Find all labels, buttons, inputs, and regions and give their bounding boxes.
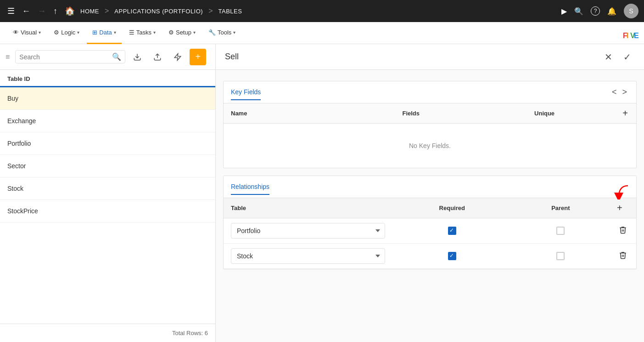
kf-name-header: Name xyxy=(224,103,347,124)
breadcrumb-sep-1: > xyxy=(105,7,109,15)
chevron-down-icon-visual: ▾ xyxy=(39,30,41,35)
rel-delete-cell-portfolio xyxy=(610,218,636,244)
chevron-down-icon-setup: ▾ xyxy=(193,30,196,35)
tools-icon: 🔧 xyxy=(208,29,216,36)
key-fields-header-row: Name Fields Unique + xyxy=(224,103,636,124)
tables-label[interactable]: TABLES xyxy=(218,8,242,15)
no-key-fields-text: No Key Fields. xyxy=(224,124,636,168)
five-logo: FIVE xyxy=(623,32,637,34)
add-key-field-button[interactable]: + xyxy=(622,108,628,119)
rel-table-cell-portfolio: Portfolio Exchange Buy Sector Stock Stoc… xyxy=(224,218,392,244)
menu-icon[interactable]: ☰ xyxy=(6,4,17,18)
filter-icon: ≡ xyxy=(6,53,10,61)
rel-table-select-stock[interactable]: Portfolio Exchange Buy Sector Stock Stoc… xyxy=(231,248,385,264)
kf-add-header: + xyxy=(614,103,636,124)
eye-icon: 👁 xyxy=(13,29,19,36)
table-row-sector[interactable]: Sector xyxy=(0,155,215,177)
relationships-section: Relationships Table Required Parent + xyxy=(223,176,637,269)
download-button[interactable] xyxy=(129,49,146,65)
table-row-portfolio[interactable]: Portfolio xyxy=(0,132,215,155)
key-fields-no-data-row: No Key Fields. xyxy=(224,124,636,168)
second-nav-bar: 👁 Visual ▾ ⚙ Logic ▾ ⊞ Data ▾ ☰ Tasks ▾ … xyxy=(0,22,644,44)
rel-required-checkbox-stock[interactable] xyxy=(448,252,456,260)
key-fields-table: Name Fields Unique + No Key Fields. xyxy=(224,103,636,168)
rel-table-select-portfolio[interactable]: Portfolio Exchange Buy Sector Stock Stoc… xyxy=(231,223,385,239)
rel-table-cell-stock: Portfolio Exchange Buy Sector Stock Stoc… xyxy=(224,244,392,269)
nav-item-visual[interactable]: 👁 Visual ▾ xyxy=(7,22,46,44)
search-submit-icon[interactable]: 🔍 xyxy=(112,52,121,61)
left-panel-footer: Total Rows: 6 xyxy=(0,324,215,342)
rel-delete-cell-stock xyxy=(610,244,636,269)
key-fields-tab[interactable]: Key Fields xyxy=(231,85,261,100)
notification-icon[interactable]: 🔔 xyxy=(607,7,616,16)
toolbar: ≡ 🔍 xyxy=(0,44,215,70)
rel-row-portfolio: Portfolio Exchange Buy Sector Stock Stoc… xyxy=(224,218,636,244)
rel-table-header: Table xyxy=(224,198,392,218)
next-button[interactable]: > xyxy=(620,86,629,99)
setup-icon: ⚙ xyxy=(168,29,174,36)
rel-delete-button-portfolio[interactable] xyxy=(617,224,629,238)
nav-label-setup: Setup xyxy=(176,29,191,36)
breadcrumb-sep-2: > xyxy=(208,7,213,15)
rel-required-cell-portfolio xyxy=(392,218,512,244)
app-label[interactable]: APPLICATIONS (PORTFOLIO) xyxy=(114,8,203,15)
nav-item-setup[interactable]: ⚙ Setup ▾ xyxy=(163,22,201,44)
nav-item-tasks[interactable]: ☰ Tasks ▾ xyxy=(123,22,161,44)
up-icon[interactable]: ↑ xyxy=(51,5,59,18)
help-icon[interactable]: ? xyxy=(591,6,600,16)
rel-parent-cell-portfolio xyxy=(512,218,610,244)
home-label[interactable]: HOME xyxy=(80,8,99,15)
rel-parent-header: Parent xyxy=(512,198,610,218)
search-icon[interactable]: 🔍 xyxy=(574,7,583,16)
nav-item-logic[interactable]: ⚙ Logic ▾ xyxy=(48,22,85,44)
tasks-icon: ☰ xyxy=(129,29,134,36)
table-list: Buy Exchange Portfolio Sector Stock Stoc… xyxy=(0,87,215,324)
chevron-down-icon-logic: ▾ xyxy=(77,30,79,35)
nav-label-visual: Visual xyxy=(21,29,37,36)
search-input[interactable] xyxy=(19,53,108,61)
avatar[interactable]: S xyxy=(624,4,638,18)
nav-label-data: Data xyxy=(99,29,112,36)
add-relationship-button[interactable]: + xyxy=(617,203,622,213)
rel-delete-button-stock[interactable] xyxy=(617,249,629,263)
right-panel-actions: ✕ ✓ xyxy=(601,50,635,64)
rel-row-stock: Portfolio Exchange Buy Sector Stock Stoc… xyxy=(224,244,636,269)
back-icon[interactable]: ← xyxy=(20,5,32,18)
search-container: 🔍 xyxy=(15,50,125,63)
confirm-button[interactable]: ✓ xyxy=(620,50,635,64)
chevron-down-icon-tools: ▾ xyxy=(233,30,235,35)
top-nav-bar: ☰ ← → ↑ 🏠 HOME > APPLICATIONS (PORTFOLIO… xyxy=(0,0,644,22)
bolt-button[interactable] xyxy=(169,49,186,65)
nav-label-logic: Logic xyxy=(61,29,75,36)
svg-marker-2 xyxy=(175,53,181,60)
rel-parent-checkbox-stock[interactable] xyxy=(556,252,565,260)
table-row-buy[interactable]: Buy xyxy=(0,87,215,110)
table-row-exchange[interactable]: Exchange xyxy=(0,110,215,132)
rel-required-header: Required xyxy=(392,198,512,218)
forward-icon[interactable]: → xyxy=(36,5,48,18)
nav-label-tasks: Tasks xyxy=(136,29,151,36)
rel-required-checkbox-portfolio[interactable] xyxy=(448,227,456,235)
play-icon[interactable]: ▶ xyxy=(561,7,567,16)
relationships-tab[interactable]: Relationships xyxy=(231,179,269,195)
grid-icon: ⊞ xyxy=(92,29,97,36)
right-panel-header: Sell ✕ ✓ xyxy=(216,44,644,70)
relationships-tab-bar: Relationships xyxy=(224,176,636,198)
nav-item-data[interactable]: ⊞ Data ▾ xyxy=(87,22,121,44)
chevron-down-icon-data: ▾ xyxy=(114,30,116,35)
key-fields-section: Key Fields < > Name Fields Unique + xyxy=(223,81,637,168)
rel-parent-cell-stock xyxy=(512,244,610,269)
nav-label-tools: Tools xyxy=(218,29,231,36)
nav-item-tools[interactable]: 🔧 Tools ▾ xyxy=(203,22,241,44)
home-icon[interactable]: 🏠 xyxy=(63,4,77,18)
upload-button[interactable] xyxy=(149,49,166,65)
rel-parent-checkbox-portfolio[interactable] xyxy=(556,227,565,235)
close-button[interactable]: ✕ xyxy=(601,50,616,64)
add-button[interactable]: + xyxy=(190,49,206,65)
relationships-table: Table Required Parent + xyxy=(224,198,636,269)
right-panel-scroll[interactable]: Key Fields < > Name Fields Unique + xyxy=(216,70,644,342)
table-row-stock[interactable]: Stock xyxy=(0,177,215,200)
prev-button[interactable]: < xyxy=(610,86,619,99)
table-row-stockprice[interactable]: StockPrice xyxy=(0,200,215,222)
right-panel-title: Sell xyxy=(225,52,601,62)
